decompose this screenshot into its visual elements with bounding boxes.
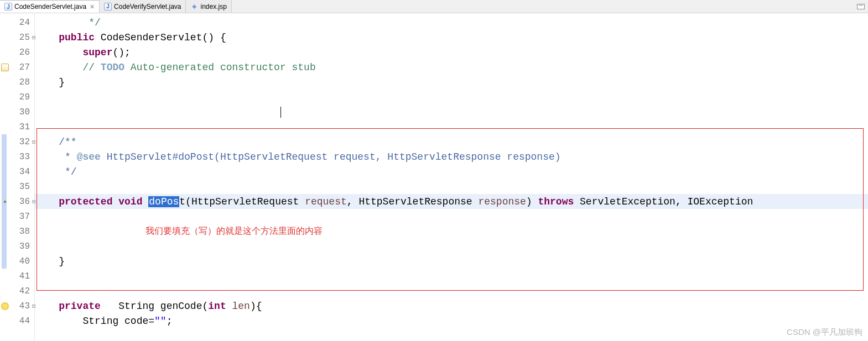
tab-codeverifyservlet[interactable]: J CodeVerifyServlet.java xyxy=(100,0,186,13)
fold-toggle-icon[interactable]: ⊟ xyxy=(32,34,35,41)
code-line: } xyxy=(35,75,868,90)
line-number[interactable]: 42 xyxy=(0,284,34,298)
code-line: */ xyxy=(35,15,868,30)
code-line: String code=""; xyxy=(35,313,868,328)
fold-toggle-icon[interactable]: ⊟ xyxy=(32,303,35,309)
code-line: * @see HttpServlet#doPost(HttpServletReq… xyxy=(35,149,868,164)
line-number[interactable]: 43⊟ xyxy=(0,298,34,313)
line-number[interactable]: 38 xyxy=(0,224,34,239)
code-line: */ xyxy=(35,164,868,179)
line-number[interactable]: 34 xyxy=(0,164,34,179)
tab-codesenderservlet[interactable]: J CodeSenderServlet.java ✕ xyxy=(0,0,100,13)
code-line xyxy=(35,239,868,254)
tab-label: CodeSenderServlet.java xyxy=(14,3,86,11)
code-line: protected void doPost(HttpServletRequest… xyxy=(35,194,868,209)
line-number[interactable]: 37 xyxy=(0,209,34,224)
line-number[interactable]: 26 xyxy=(0,45,34,60)
line-number-gutter[interactable]: 2425⊟26272829303132⊟33343536⊟▲3738394041… xyxy=(0,13,35,341)
code-line: super(); xyxy=(35,45,868,60)
editor-area: 2425⊟26272829303132⊟33343536⊟▲3738394041… xyxy=(0,13,868,341)
code-line xyxy=(35,269,868,284)
line-number[interactable]: 24 xyxy=(0,15,34,30)
line-number[interactable]: 25⊟ xyxy=(0,30,34,45)
warning-icon[interactable] xyxy=(1,302,9,310)
line-number[interactable]: 30 xyxy=(0,104,34,119)
text-caret xyxy=(280,107,281,118)
line-number[interactable]: 35 xyxy=(0,179,34,194)
line-number[interactable]: 28 xyxy=(0,75,34,90)
line-number[interactable]: 33 xyxy=(0,149,34,164)
java-file-icon: J xyxy=(104,3,112,11)
quickfix-icon[interactable] xyxy=(1,64,9,71)
line-number[interactable]: 44 xyxy=(0,313,34,328)
line-number[interactable]: 36⊟▲ xyxy=(0,194,34,209)
close-icon[interactable]: ✕ xyxy=(90,3,95,11)
jsp-file-icon: ◈ xyxy=(190,3,198,11)
line-number[interactable]: 27 xyxy=(0,60,34,75)
code-text-area[interactable]: */ public CodeSenderServlet() { super();… xyxy=(35,13,868,341)
code-line xyxy=(35,119,868,134)
code-line: } xyxy=(35,254,868,269)
code-line xyxy=(35,284,868,298)
code-line: // TODO Auto-generated constructor stub xyxy=(35,60,868,75)
line-number[interactable]: 32⊟ xyxy=(0,134,34,149)
selected-text: doPos xyxy=(148,196,179,207)
minimize-icon[interactable] xyxy=(857,4,865,9)
fold-toggle-icon[interactable]: ⊟ xyxy=(32,198,35,205)
code-line xyxy=(35,209,868,224)
line-number[interactable]: 31 xyxy=(0,119,34,134)
line-number[interactable]: 29 xyxy=(0,90,34,104)
code-line xyxy=(35,104,868,119)
line-number[interactable]: 40 xyxy=(0,254,34,269)
code-line: public CodeSenderServlet() { xyxy=(35,30,868,45)
java-file-icon: J xyxy=(4,3,12,11)
line-number[interactable]: 41 xyxy=(0,269,34,284)
tab-indexjsp[interactable]: ◈ index.jsp xyxy=(186,0,231,13)
editor-header-controls xyxy=(857,4,868,9)
tab-label: CodeVerifyServlet.java xyxy=(114,3,181,11)
code-line xyxy=(35,179,868,194)
code-line: /** xyxy=(35,134,868,149)
editor-tab-bar: J CodeSenderServlet.java ✕ J CodeVerifyS… xyxy=(0,0,868,13)
code-line xyxy=(35,90,868,104)
line-number[interactable]: 39 xyxy=(0,239,34,254)
tab-label: index.jsp xyxy=(200,3,226,11)
annotation-text: 我们要填充（写）的就是这个方法里面的内容 xyxy=(145,225,323,237)
code-line: private String genCode(int len){ xyxy=(35,298,868,313)
override-icon[interactable]: ▲ xyxy=(1,198,9,206)
fold-toggle-icon[interactable]: ⊟ xyxy=(32,139,35,145)
